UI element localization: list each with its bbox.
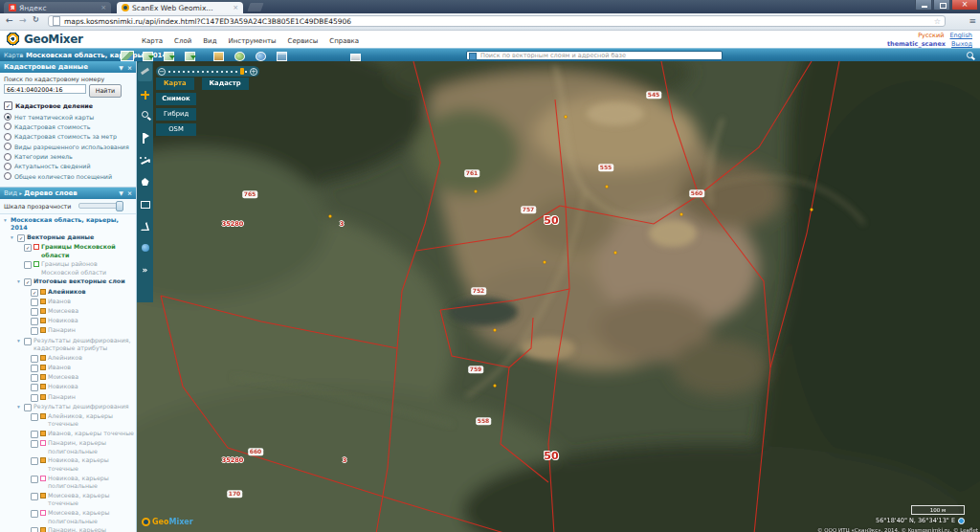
expander-icon[interactable]: ▾ bbox=[4, 216, 11, 225]
zoom-in-button[interactable]: + bbox=[250, 68, 257, 76]
locate-icon[interactable] bbox=[958, 518, 965, 524]
expander-icon[interactable]: ▾ bbox=[17, 337, 24, 345]
radio-icon[interactable] bbox=[4, 113, 11, 121]
search-icon[interactable] bbox=[967, 52, 973, 58]
layer-row[interactable]: Моисеева bbox=[2, 373, 136, 382]
menu-item-5[interactable]: Сервисы bbox=[288, 37, 319, 45]
window-maximize-button[interactable] bbox=[933, 0, 950, 11]
geomixer-map-logo[interactable]: GeoMixer bbox=[142, 518, 193, 526]
layer-checkbox[interactable] bbox=[31, 355, 38, 363]
basemap-tab-kadastr[interactable]: Кадастр bbox=[202, 78, 249, 90]
layer-row[interactable]: Панарин bbox=[2, 393, 136, 402]
layer-checkbox[interactable] bbox=[31, 413, 38, 421]
layer-checkbox[interactable] bbox=[31, 374, 38, 382]
radio-icon[interactable] bbox=[4, 163, 11, 170]
basemap-option-gibrid[interactable]: Гибрид bbox=[156, 108, 196, 121]
menu-item-3[interactable]: Вид bbox=[203, 37, 216, 45]
tab-close-icon[interactable]: × bbox=[100, 4, 106, 11]
add-raster-layer-icon[interactable] bbox=[163, 50, 175, 61]
layer-row[interactable]: ▾✓Итоговые векторные слои bbox=[2, 277, 136, 286]
layer-row[interactable]: ▾Московская область, карьеры, 2014 bbox=[2, 216, 136, 233]
cadast-number-input[interactable] bbox=[4, 84, 86, 94]
polygon-tool-icon[interactable] bbox=[138, 172, 152, 194]
add-map-layer-icon[interactable] bbox=[142, 50, 154, 61]
add-object-icon[interactable] bbox=[212, 50, 225, 61]
layer-checkbox[interactable] bbox=[24, 404, 32, 411]
expander-icon[interactable]: ▾ bbox=[17, 403, 24, 411]
flag-tool-icon[interactable] bbox=[138, 128, 152, 150]
thematic-option-5[interactable]: Категории земель bbox=[4, 153, 132, 161]
layer-checkbox[interactable] bbox=[24, 261, 32, 269]
zoom-box-tool-icon[interactable] bbox=[138, 106, 152, 128]
zoom-slider[interactable]: − + bbox=[156, 66, 259, 77]
layer-row[interactable]: ✓Алейников bbox=[2, 288, 136, 297]
layer-row[interactable]: Моисеева bbox=[2, 307, 136, 316]
panel-collapse-icon[interactable]: ▼ bbox=[119, 64, 123, 71]
layer-checkbox[interactable] bbox=[31, 327, 38, 335]
basemap-tab-karta[interactable]: Карта bbox=[156, 78, 194, 90]
layer-checkbox[interactable]: ✓ bbox=[31, 289, 38, 297]
zoom-handle[interactable] bbox=[240, 68, 244, 75]
logout-link[interactable]: Выход bbox=[951, 40, 972, 48]
url-text[interactable]: maps.kosmosnimki.ru/api/index.html?C147E… bbox=[64, 17, 351, 26]
geocode-tool-icon[interactable] bbox=[255, 50, 267, 61]
thematic-option-3[interactable]: Кадастровая стоимость за метр bbox=[4, 133, 132, 141]
cadastre-division-row[interactable]: ✓ Кадастровое деление bbox=[4, 101, 132, 110]
layer-row[interactable]: Панарин bbox=[2, 326, 136, 335]
view-menu-label[interactable]: Вид bbox=[4, 189, 17, 197]
expander-icon[interactable]: ▾ bbox=[11, 233, 17, 242]
bookmark-star-icon[interactable]: ☆ bbox=[934, 17, 941, 26]
layer-checkbox[interactable] bbox=[31, 318, 38, 325]
tab-close-icon[interactable]: × bbox=[233, 4, 238, 11]
radio-icon[interactable] bbox=[4, 143, 11, 150]
expander-icon[interactable]: ▾ bbox=[17, 277, 24, 286]
browser-tab-yandex[interactable]: Я Яндекс × bbox=[4, 2, 111, 13]
layer-row[interactable]: Новикова bbox=[2, 317, 136, 325]
thematic-option-2[interactable]: Кадастровая стоимость bbox=[4, 122, 132, 130]
thematic-option-7[interactable]: Общее количество посещений bbox=[4, 172, 132, 180]
layer-checkbox[interactable] bbox=[31, 394, 38, 402]
layer-checkbox[interactable] bbox=[31, 308, 38, 316]
layer-checkbox[interactable] bbox=[31, 476, 38, 483]
layer-row[interactable]: ✓Границы Московской области bbox=[2, 243, 136, 259]
layer-checkbox[interactable] bbox=[31, 431, 38, 438]
layer-checkbox[interactable]: ✓ bbox=[24, 244, 32, 252]
add-vector-layer-icon[interactable] bbox=[184, 50, 196, 61]
layer-row[interactable]: Новикова, карьеры полигональные bbox=[2, 475, 136, 491]
panel-collapse-icon[interactable]: ▼ bbox=[119, 189, 123, 196]
menu-item-1[interactable]: Карта bbox=[142, 37, 163, 45]
layer-checkbox[interactable] bbox=[31, 365, 38, 372]
draw-tool-icon[interactable] bbox=[234, 50, 246, 61]
menu-item-4[interactable]: Инструменты bbox=[228, 37, 276, 45]
thematic-option-6[interactable]: Актуальность сведений bbox=[4, 163, 132, 170]
layer-tree-panel-header[interactable]: Вид ▸ Дерево слоев ▼ × bbox=[0, 188, 136, 199]
layer-row[interactable]: Иванов bbox=[2, 364, 136, 372]
zoom-out-button[interactable]: − bbox=[158, 68, 166, 76]
layer-row[interactable]: Панарин, карьеры полигональные bbox=[2, 439, 136, 455]
satellite-basemap[interactable] bbox=[137, 61, 980, 532]
print-icon[interactable] bbox=[349, 50, 362, 61]
layer-checkbox[interactable]: ✓ bbox=[24, 278, 32, 286]
pan-tool-icon[interactable] bbox=[138, 84, 152, 106]
find-button[interactable]: Найти bbox=[89, 84, 122, 98]
radio-icon[interactable] bbox=[4, 133, 11, 141]
opacity-slider[interactable] bbox=[78, 203, 122, 209]
language-english[interactable]: English bbox=[950, 32, 972, 39]
layer-row[interactable]: Новикова, карьеры точечные bbox=[2, 456, 136, 473]
layer-checkbox[interactable] bbox=[31, 440, 38, 448]
layer-checkbox[interactable] bbox=[31, 510, 38, 518]
cadastre-panel-header[interactable]: Кадастровые данные ▼ × bbox=[0, 61, 136, 73]
layer-row[interactable]: Новикова bbox=[2, 383, 136, 391]
catalog-tool-icon[interactable] bbox=[276, 50, 288, 61]
basemap-option-osm[interactable]: OSM bbox=[156, 123, 196, 136]
cadastre-division-checkbox[interactable]: ✓ bbox=[4, 101, 12, 110]
menu-item-2[interactable]: Слой bbox=[174, 37, 191, 45]
expand-tool-icon[interactable] bbox=[138, 260, 152, 282]
address-bar[interactable]: maps.kosmosnimki.ru/api/index.html?C147E… bbox=[48, 15, 946, 27]
window-minimize-button[interactable] bbox=[915, 0, 932, 11]
layer-row[interactable]: Иванов bbox=[2, 298, 136, 306]
layer-row[interactable]: Панарин, карьеры точечные bbox=[2, 526, 136, 532]
opacity-slider-handle[interactable] bbox=[116, 201, 123, 211]
back-button[interactable]: ← bbox=[6, 15, 13, 25]
basemap-option-snimok[interactable]: Снимок bbox=[156, 93, 196, 105]
